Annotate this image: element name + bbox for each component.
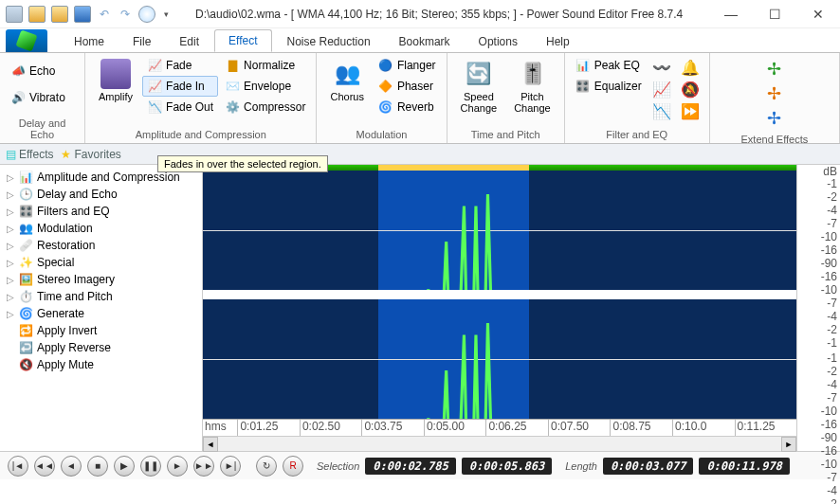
tree-special[interactable]: ▷✨Special [2,254,200,271]
filter-icon-2[interactable]: 📈 [652,81,671,99]
mute-icon: 🔇 [18,357,33,372]
reverb-button[interactable]: 🌀Reverb [374,97,441,117]
prev-button[interactable]: ◄ [61,456,82,477]
tree-generate[interactable]: ▷🌀Generate [2,305,200,322]
fade-in-button[interactable]: 📈Fade In [142,76,218,97]
maximize-button[interactable]: ☐ [753,0,796,28]
amplify-button[interactable]: Amplify [91,55,140,106]
horizontal-scrollbar[interactable]: ◄ ► [203,436,796,451]
tree-filters[interactable]: ▷🎛️Filters and EQ [2,203,200,220]
qat-save-button[interactable] [74,6,91,23]
tree-reverse[interactable]: ↩️Apply Reverse [2,339,200,356]
expand-icon[interactable]: ▷ [6,241,14,251]
skip-end-button[interactable]: ►| [220,456,241,477]
qat-recent-button[interactable] [51,6,68,23]
speed-icon: 🔄 [464,59,494,89]
filter-icon-3[interactable]: 📉 [652,102,671,120]
scroll-right-button[interactable]: ► [781,437,796,452]
vibrato-icon: 🔊 [10,90,26,105]
qat-open-button[interactable] [28,6,46,23]
phaser-button[interactable]: 🔶Phaser [374,76,441,97]
tab-help[interactable]: Help [533,31,583,52]
tab-options[interactable]: Options [466,31,531,52]
qat-redo-button[interactable]: ↷ [118,8,133,21]
tab-home[interactable]: Home [61,31,118,52]
fade-button[interactable]: 📈Fade [142,55,218,76]
compressor-button[interactable]: ⚙️Compressor [220,97,310,117]
expand-icon[interactable]: ▷ [6,275,14,285]
tree-delay[interactable]: ▷🕒Delay and Echo [2,186,200,203]
window-title: D:\audio\02.wma - [ WMA 44,100 Hz; 16 Bi… [176,8,709,21]
special-icon: ✨ [18,255,33,270]
expand-icon[interactable]: ▷ [6,189,14,200]
tab-edit[interactable]: Edit [166,31,212,52]
tab-noise-reduction[interactable]: Noise Reduction [274,31,384,52]
amplify-icon [100,59,131,89]
tree-invert[interactable]: 🔁Apply Invert [2,322,200,339]
filter-icon-4[interactable]: 🔔 [681,59,700,77]
tab-bookmark[interactable]: Bookmark [386,31,464,52]
ffwd-button[interactable]: ►► [193,456,214,477]
expand-icon[interactable]: ▷ [6,224,14,234]
expand-icon[interactable]: ▷ [6,258,14,268]
pause-button[interactable]: ❚❚ [140,456,161,477]
total-length: 0:00:11.978 [699,458,789,475]
filter-icon-6[interactable]: ⏩ [681,102,700,120]
expand-icon[interactable]: ▷ [6,207,14,217]
group-amp-label: Amplitude and Compression [91,128,310,141]
next-button[interactable]: ► [167,456,188,477]
speed-change-button[interactable]: 🔄Speed Change [453,55,505,117]
extend-icon-3[interactable]: ✢ [767,108,781,129]
extend-icon-1[interactable]: ✢ [767,59,781,80]
tree-timepitch[interactable]: ▷⏱️Time and Pitch [2,288,200,305]
minimize-button[interactable]: — [709,0,753,28]
tab-effect[interactable]: Effect [214,29,271,52]
waveform-left[interactable] [203,171,796,290]
filter-icon-1[interactable]: 〰️ [652,59,671,77]
delay-icon: 🕒 [18,187,33,202]
effects-tree[interactable]: ▷📊Amplitude and Compression ▷🕒Delay and … [0,165,203,451]
scroll-left-button[interactable]: ◄ [203,437,218,452]
expand-icon[interactable]: ▷ [6,172,14,183]
tree-modulation[interactable]: ▷👥Modulation [2,220,200,237]
tree-restoration[interactable]: ▷🩹Restoration [2,237,200,254]
fade-in-icon: 📈 [147,79,162,94]
waveform-right[interactable] [203,299,796,419]
expand-icon[interactable]: ▷ [6,309,14,319]
qat-new-button[interactable] [6,6,23,23]
chorus-button[interactable]: 👥Chorus [322,55,371,106]
play-button[interactable]: ▶ [114,456,135,477]
fade-out-button[interactable]: 📉Fade Out [142,97,218,117]
echo-icon: 📣 [10,63,26,79]
extend-icon-2[interactable]: ✢ [767,83,781,104]
time-ruler[interactable]: hms 0:01.25 0:02.50 0:03.75 0:05.00 0:06… [203,419,796,436]
qat-cd-button[interactable] [138,6,155,23]
expand-icon[interactable]: ▷ [6,292,14,302]
pitch-change-button[interactable]: 🎚️Pitch Change [506,55,558,117]
rewind-button[interactable]: ◄◄ [34,456,55,477]
app-menu-button[interactable] [6,29,47,52]
tab-file[interactable]: File [119,31,164,52]
envelope-button[interactable]: ✉️Envelope [220,76,310,97]
stop-button[interactable]: ■ [87,456,108,477]
qat-undo-button[interactable]: ↶ [97,8,112,21]
panetab-favorites[interactable]: ★Favorites [61,148,120,161]
record-button[interactable]: R [283,456,303,477]
filter-icon-5[interactable]: 🔕 [681,81,700,99]
close-button[interactable]: ✕ [796,0,840,28]
qat-customize-dropdown[interactable]: ▾ [161,9,171,19]
flanger-button[interactable]: 🔵Flanger [374,55,441,76]
equalizer-button[interactable]: 🎛️Equalizer [571,76,647,97]
tree-stereo[interactable]: ▷🖼️Stereo Imagery [2,271,200,288]
echo-button[interactable]: 📣Echo [6,61,60,81]
peak-eq-button[interactable]: 📊Peak EQ [571,55,647,76]
normalize-button[interactable]: ▇Normalize [220,55,310,76]
db-scale-left: -1-2-4-7-10-16-90-16-10-7-4-2-1 [797,176,840,351]
loop-button[interactable]: ↻ [256,456,277,477]
panetab-effects[interactable]: ▤Effects [6,148,53,161]
tree-mute[interactable]: 🔇Apply Mute [2,356,200,373]
skip-start-button[interactable]: |◄ [8,456,28,477]
fade-out-icon: 📉 [147,99,162,115]
waveform-graphic [203,299,796,419]
vibrato-button[interactable]: 🔊Vibrato [6,87,70,108]
